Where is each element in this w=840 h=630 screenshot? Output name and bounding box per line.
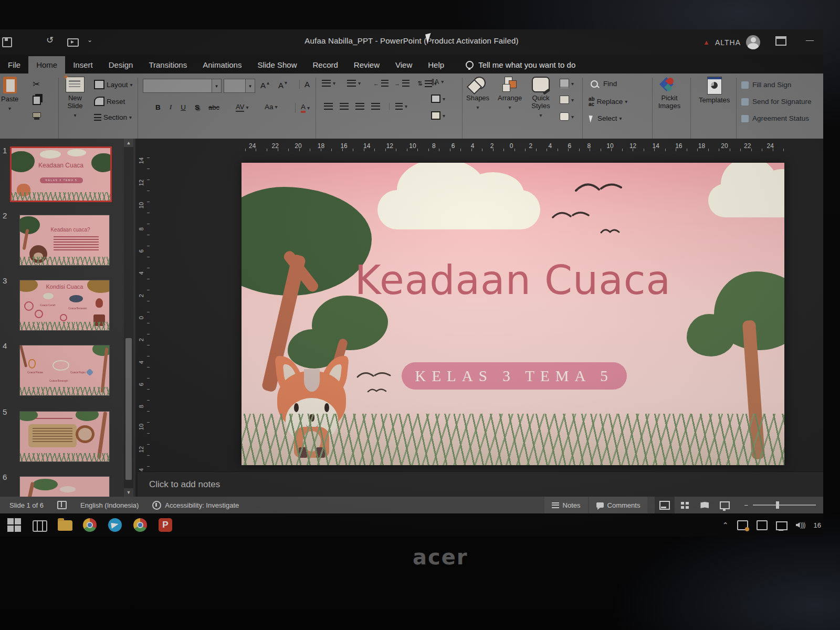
scroll-up-icon[interactable]: ▲ — [124, 139, 133, 147]
text-direction-button[interactable]: ∥A▾ — [431, 78, 444, 86]
browser-icon[interactable] — [133, 518, 147, 532]
align-right-button[interactable] — [355, 103, 364, 110]
section-button[interactable]: Section ▾ — [94, 113, 132, 121]
reset-button[interactable]: Reset — [94, 97, 125, 106]
replace-button[interactable]: abacReplace▾ — [589, 97, 627, 107]
align-text-button[interactable]: ▾ — [431, 94, 445, 103]
slide-sorter-view-button[interactable] — [675, 497, 695, 513]
shapes-button[interactable]: Shapes ▾ — [466, 77, 489, 110]
shape-effects-button[interactable]: ▾ — [560, 112, 574, 121]
font-color-button[interactable]: A ▾ — [295, 103, 310, 113]
slide-subtitle-badge[interactable]: KELAS 3 TEMA 5 — [402, 362, 627, 390]
columns-button[interactable]: ▾ — [389, 103, 407, 110]
new-slide-button[interactable]: New Slide ▾ — [62, 77, 88, 118]
fill-and-sign-button[interactable]: Fill and Sign — [741, 81, 791, 89]
slide-title-textbox[interactable]: Keadaan Cuaca — [242, 257, 784, 303]
account-area[interactable]: ▲ ALTHA — [703, 35, 760, 49]
agreement-status-button[interactable]: Agreement Status — [741, 114, 809, 122]
underline-button[interactable]: U — [181, 103, 186, 111]
font-name-combo[interactable]: ▾ — [143, 79, 222, 93]
thumbnail-scrollbar[interactable]: ▲ ▼ — [124, 139, 133, 497]
tray-clock[interactable]: 16 — [814, 521, 821, 529]
tab-view[interactable]: View — [387, 56, 420, 74]
slide-thumbnail-3[interactable]: Kondisi Cuaca Cuaca Cerah Cuaca Berawan — [20, 280, 109, 330]
powerpoint-taskbar-icon[interactable]: P — [159, 518, 172, 532]
scroll-down-icon[interactable]: ▼ — [124, 488, 133, 497]
slide-thumbnail-6[interactable] — [20, 477, 109, 497]
tab-transitions[interactable]: Transitions — [141, 56, 195, 74]
file-explorer-icon[interactable] — [58, 518, 71, 532]
text-shadow-button[interactable]: S — [195, 103, 200, 111]
scrollbar-thumb[interactable] — [125, 338, 132, 480]
pickit-images-button[interactable]: Pickit Images — [656, 77, 682, 110]
normal-view-button[interactable] — [655, 497, 675, 513]
avatar[interactable] — [746, 35, 760, 49]
tray-app-icon[interactable] — [737, 520, 748, 530]
tab-help[interactable]: Help — [420, 56, 452, 74]
templates-button[interactable]: Templates — [699, 77, 730, 104]
bold-button[interactable]: B — [155, 103, 161, 111]
chrome-icon[interactable] — [83, 518, 97, 532]
zoom-out-icon[interactable]: − — [744, 501, 748, 509]
numbering-button[interactable]: ▾ — [347, 80, 361, 87]
select-button[interactable]: Select▾ — [590, 114, 622, 122]
notes-placeholder[interactable]: Click to add notes — [149, 479, 220, 490]
language-indicator[interactable]: English (Indonesia) — [80, 501, 139, 509]
align-center-button[interactable] — [340, 103, 349, 110]
cut-icon[interactable]: ✂ — [33, 79, 40, 90]
slide-thumbnail-2[interactable]: Keadaan cuaca? — [20, 215, 109, 265]
slide-canvas[interactable]: Keadaan Cuaca KELAS 3 TEMA 5 — [242, 163, 784, 465]
justify-button[interactable] — [371, 103, 380, 110]
notes-toggle-button[interactable]: Notes — [544, 497, 588, 513]
slide-thumbnail-5[interactable] — [20, 412, 109, 461]
ribbon-display-options-button[interactable] — [775, 36, 786, 46]
tab-slide-show[interactable]: Slide Show — [249, 56, 304, 74]
accessibility-item[interactable]: Accessibility: Investigate — [152, 501, 239, 510]
send-for-signature-button[interactable]: Send for Signature — [741, 98, 812, 106]
spellcheck-icon[interactable] — [57, 501, 67, 509]
copy-icon[interactable] — [33, 96, 41, 105]
slide-thumbnail-1[interactable]: Keadaan Cuaca KELAS 3 TEMA 5 — [12, 148, 110, 201]
decrease-indent-button[interactable]: ← — [373, 80, 388, 87]
italic-button[interactable]: I — [170, 103, 172, 111]
network-icon[interactable] — [776, 521, 788, 530]
strikethrough-button[interactable]: abc — [208, 103, 219, 111]
tray-onedrive-icon[interactable] — [757, 520, 768, 530]
slideshow-view-button[interactable] — [715, 497, 734, 513]
zoom-slider[interactable] — [753, 505, 816, 506]
volume-icon[interactable]: ))) — [796, 521, 805, 529]
reading-view-button[interactable] — [695, 497, 715, 513]
tab-review[interactable]: Review — [346, 56, 387, 74]
notes-pane[interactable]: Click to add notes — [138, 471, 823, 497]
font-size-combo[interactable]: ▾ — [224, 79, 255, 93]
minimize-button[interactable]: — — [806, 35, 814, 44]
slide-thumbnail-4[interactable]: Cuaca Panas Cuaca Hujan Cuaca Berangin — [20, 345, 109, 395]
shrink-font-button[interactable]: A▾ — [278, 80, 287, 90]
shape-fill-button[interactable]: ▾ — [560, 79, 574, 89]
tray-expand-icon[interactable]: ⌃ — [722, 521, 729, 529]
tell-me-box[interactable]: Tell me what you want to do — [466, 60, 575, 74]
tab-animations[interactable]: Animations — [195, 56, 249, 74]
paste-button[interactable]: Paste ▾ — [1, 77, 18, 111]
arrange-button[interactable]: Arrange ▾ — [498, 77, 522, 110]
tab-insert[interactable]: Insert — [65, 56, 101, 74]
task-view-icon[interactable] — [33, 518, 46, 532]
clear-formatting-button[interactable]: A — [299, 80, 310, 89]
telegram-icon[interactable] — [108, 518, 122, 532]
shape-outline-button[interactable]: ▾ — [560, 96, 574, 104]
tab-home[interactable]: Home — [28, 56, 65, 74]
layout-button[interactable]: Layout ▾ — [94, 80, 133, 89]
format-painter-icon[interactable] — [33, 112, 41, 118]
tab-design[interactable]: Design — [101, 56, 141, 74]
bullets-button[interactable]: ▾ — [322, 80, 335, 87]
change-case-button[interactable]: Aa ▾ — [265, 103, 278, 111]
start-button-icon[interactable] — [7, 518, 21, 532]
find-button[interactable]: Find — [591, 80, 617, 88]
align-left-button[interactable] — [324, 103, 333, 110]
grow-font-button[interactable]: A▴ — [260, 80, 269, 90]
comments-toggle-button[interactable]: Comments — [589, 497, 648, 513]
zoom-slider-handle[interactable] — [776, 501, 779, 509]
character-spacing-button[interactable]: AV ▾ — [236, 103, 248, 112]
tab-file[interactable]: File — [0, 56, 28, 74]
quick-styles-button[interactable]: Quick Styles ▾ — [529, 77, 552, 118]
